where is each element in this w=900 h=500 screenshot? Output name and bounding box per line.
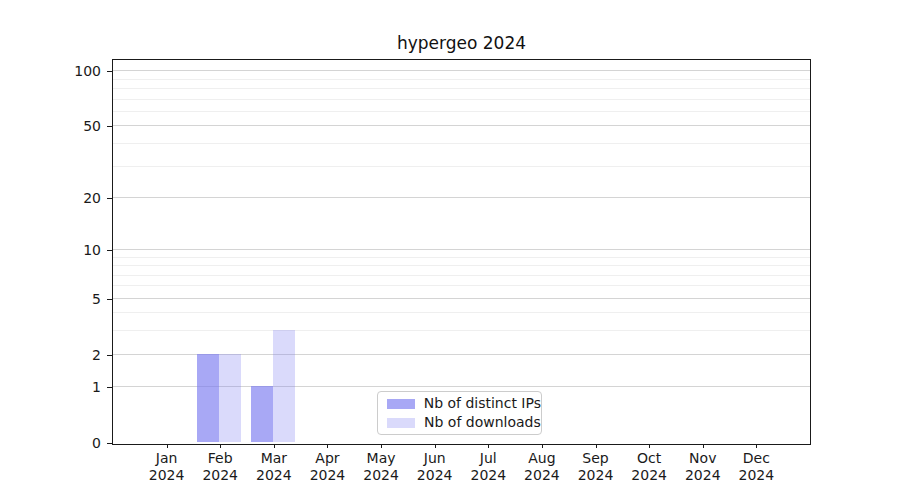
legend-label-distinct-ips: Nb of distinct IPs bbox=[424, 396, 541, 411]
x-tick-mark-may bbox=[381, 444, 382, 448]
x-tick-mark-apr bbox=[327, 444, 328, 448]
bar-ips-mar bbox=[251, 386, 273, 442]
gridline-minor-y-8 bbox=[113, 265, 810, 266]
gridline-minor-y-9 bbox=[113, 257, 810, 258]
y-tick-mark-10 bbox=[107, 250, 112, 251]
plot-area bbox=[112, 59, 811, 445]
figure: hypergeo 2024 0125102050100Jan2024Feb202… bbox=[0, 0, 900, 500]
x-tick-mark-sep bbox=[596, 444, 597, 448]
legend-item-distinct-ips: Nb of distinct IPs bbox=[387, 396, 541, 411]
gridline-minor-y-60 bbox=[113, 111, 810, 112]
gridline-minor-y-3 bbox=[113, 330, 810, 331]
y-tick-label-20: 20 bbox=[41, 191, 101, 205]
legend-swatch-distinct-ips bbox=[387, 399, 415, 409]
chart-title: hypergeo 2024 bbox=[113, 33, 810, 53]
gridline-minor-y-70 bbox=[113, 99, 810, 100]
legend-item-downloads: Nb of downloads bbox=[387, 415, 541, 430]
bar-ips-feb bbox=[197, 354, 219, 442]
y-tick-mark-1 bbox=[107, 387, 112, 388]
gridline-minor-y-6 bbox=[113, 285, 810, 286]
y-tick-mark-20 bbox=[107, 198, 112, 199]
y-tick-label-5: 5 bbox=[41, 292, 101, 306]
x-tick-mark-jan bbox=[167, 444, 168, 448]
x-tick-label-line: Dec bbox=[716, 450, 796, 467]
gridline-major-y-20 bbox=[113, 197, 810, 198]
gridline-minor-y-30 bbox=[113, 166, 810, 167]
gridline-major-y-5 bbox=[113, 298, 810, 299]
y-tick-mark-50 bbox=[107, 126, 112, 127]
gridline-minor-y-80 bbox=[113, 88, 810, 89]
x-tick-mark-mar bbox=[274, 444, 275, 448]
gridline-minor-y-7 bbox=[113, 275, 810, 276]
x-tick-mark-feb bbox=[220, 444, 221, 448]
x-tick-mark-oct bbox=[649, 444, 650, 448]
y-tick-mark-5 bbox=[107, 299, 112, 300]
y-tick-label-10: 10 bbox=[41, 243, 101, 257]
x-tick-mark-nov bbox=[703, 444, 704, 448]
y-tick-label-0: 0 bbox=[41, 436, 101, 450]
gridline-minor-y-40 bbox=[113, 143, 810, 144]
gridline-major-y-100 bbox=[113, 70, 810, 71]
y-tick-label-1: 1 bbox=[41, 380, 101, 394]
gridline-major-y-50 bbox=[113, 125, 810, 126]
legend-swatch-downloads bbox=[387, 418, 415, 428]
y-tick-label-100: 100 bbox=[41, 64, 101, 78]
y-tick-label-50: 50 bbox=[41, 119, 101, 133]
x-tick-mark-jul bbox=[488, 444, 489, 448]
x-tick-label-line: 2024 bbox=[716, 467, 796, 484]
y-tick-label-2: 2 bbox=[41, 348, 101, 362]
gridline-major-y-10 bbox=[113, 249, 810, 250]
bar-downloads-mar bbox=[273, 330, 295, 442]
x-tick-mark-jun bbox=[435, 444, 436, 448]
x-tick-label-dec: Dec2024 bbox=[716, 450, 796, 484]
y-tick-mark-2 bbox=[107, 355, 112, 356]
bar-downloads-feb bbox=[219, 354, 241, 442]
x-tick-mark-dec bbox=[756, 444, 757, 448]
gridline-minor-y-4 bbox=[113, 312, 810, 313]
x-tick-mark-aug bbox=[542, 444, 543, 448]
legend-label-downloads: Nb of downloads bbox=[424, 415, 541, 430]
legend: Nb of distinct IPs Nb of downloads bbox=[377, 391, 542, 435]
y-tick-mark-100 bbox=[107, 71, 112, 72]
gridline-minor-y-90 bbox=[113, 79, 810, 80]
y-tick-mark-0 bbox=[107, 443, 112, 444]
